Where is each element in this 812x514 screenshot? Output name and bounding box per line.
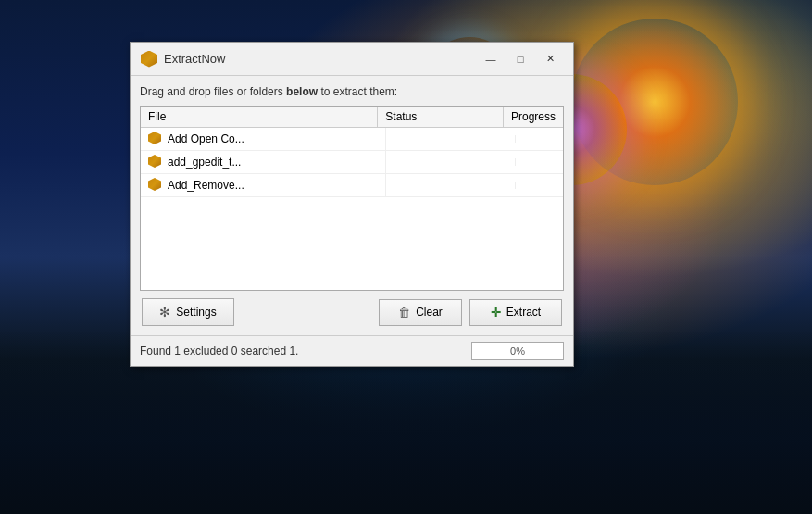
right-buttons: 🗑 Clear ✛ Extract [379, 299, 562, 326]
settings-button[interactable]: ✻ Settings [142, 298, 234, 326]
file-list-container[interactable]: File Status Progress Add Open Co... [140, 106, 564, 291]
clear-label: Clear [416, 306, 443, 319]
titlebar-controls: — □ ✕ [477, 50, 564, 69]
col-header-file: File [141, 107, 378, 127]
file-cell-2: Add_Remove... [141, 174, 386, 196]
settings-label: Settings [176, 306, 216, 319]
extract-button[interactable]: ✛ Extract [469, 299, 562, 326]
file-name-0: Add Open Co... [168, 132, 244, 145]
button-bar: ✻ Settings 🗑 Clear ✛ Extract [140, 298, 564, 326]
progress-value: 0% [510, 345, 525, 357]
progress-bar: 0% [471, 342, 564, 360]
titlebar: ExtractNow — □ ✕ [131, 43, 573, 76]
box-icon-small-1 [148, 155, 161, 168]
main-window: ExtractNow — □ ✕ Drag and drop files or … [130, 42, 574, 367]
col-header-status: Status [378, 107, 504, 127]
status-cell-2 [386, 182, 516, 189]
instruction-suffix: to extract them: [318, 85, 397, 98]
file-icon-0 [148, 132, 163, 146]
status-text: Found 1 excluded 0 searched 1. [140, 345, 298, 357]
box-icon-small-2 [148, 178, 161, 191]
file-icon-1 [148, 155, 163, 169]
progress-cell-0 [516, 135, 563, 143]
window-body: Drag and drop files or folders below to … [131, 76, 573, 335]
app-box-icon [141, 51, 157, 68]
progress-cell-2 [516, 182, 563, 189]
table-row[interactable]: Add_Remove... [141, 174, 563, 197]
file-cell-0: Add Open Co... [141, 128, 386, 150]
file-name-1: add_gpedit_t... [168, 156, 241, 169]
file-cell-1: add_gpedit_t... [141, 151, 386, 173]
drag-instruction: Drag and drop files or folders below to … [140, 85, 564, 98]
table-row[interactable]: Add Open Co... [141, 128, 563, 151]
titlebar-left: ExtractNow [140, 50, 225, 69]
status-cell-0 [386, 135, 516, 143]
app-icon [140, 50, 158, 69]
trash-icon: 🗑 [398, 306, 410, 320]
instruction-prefix: Drag and drop files or folders [140, 85, 286, 98]
status-cell-1 [386, 158, 516, 166]
window-title: ExtractNow [164, 52, 225, 66]
clear-button[interactable]: 🗑 Clear [379, 299, 462, 326]
extract-icon: ✛ [491, 306, 501, 320]
box-icon-small-0 [148, 132, 161, 144]
settings-icon: ✻ [159, 305, 170, 320]
minimize-button[interactable]: — [477, 50, 505, 69]
file-icon-2 [148, 178, 163, 193]
col-header-progress: Progress [504, 107, 563, 127]
file-name-2: Add_Remove... [168, 179, 244, 192]
instruction-highlight: below [286, 85, 318, 98]
table-row[interactable]: add_gpedit_t... [141, 151, 563, 174]
extract-label: Extract [506, 306, 541, 319]
close-button[interactable]: ✕ [536, 50, 564, 69]
file-list-header: File Status Progress [141, 107, 563, 128]
maximize-button[interactable]: □ [506, 50, 534, 69]
progress-cell-1 [516, 158, 563, 166]
statusbar: Found 1 excluded 0 searched 1. 0% [131, 335, 573, 366]
